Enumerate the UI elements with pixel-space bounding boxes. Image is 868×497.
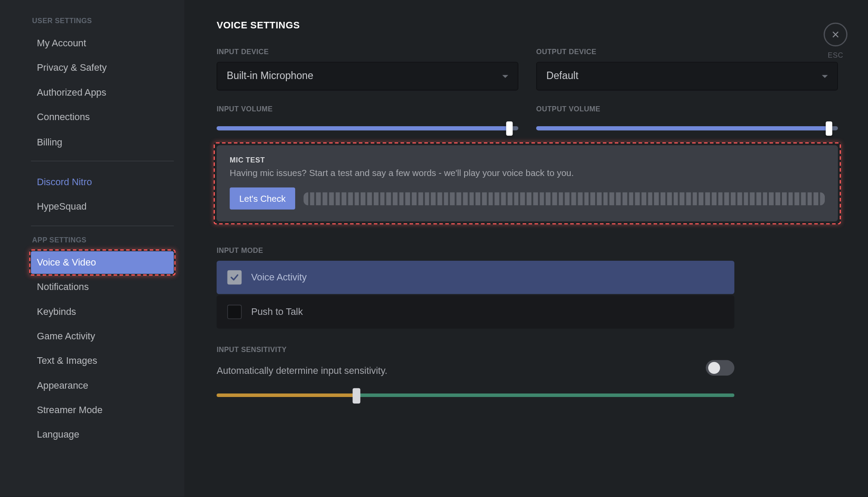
- output-volume-label: OUTPUT VOLUME: [536, 105, 838, 113]
- close-icon: [831, 30, 840, 39]
- input-mode-push-to-talk[interactable]: Push to Talk: [217, 295, 734, 328]
- sidebar-item-notifications[interactable]: Notifications: [31, 276, 174, 298]
- settings-content: ESC VOICE SETTINGS INPUT DEVICE Built-in…: [185, 0, 868, 497]
- sidebar-item-language[interactable]: Language: [31, 424, 174, 446]
- mic-test-desc: Having mic issues? Start a test and say …: [230, 168, 825, 178]
- input-sensitivity-desc: Automatically determine input sensitivit…: [217, 366, 387, 376]
- sidebar-item-billing[interactable]: Billing: [31, 131, 174, 153]
- sidebar-divider: [31, 225, 174, 226]
- close-area: ESC: [823, 23, 847, 60]
- page-title: VOICE SETTINGS: [217, 20, 838, 31]
- output-device-label: OUTPUT DEVICE: [536, 48, 838, 56]
- output-volume-slider[interactable]: [536, 119, 838, 137]
- close-button[interactable]: [823, 23, 847, 47]
- output-device-value: Default: [546, 70, 578, 82]
- input-mode-label: INPUT MODE: [217, 246, 838, 255]
- input-volume-label: INPUT VOLUME: [217, 105, 518, 113]
- chevron-down-icon: [822, 75, 828, 78]
- input-device-value: Built-in Microphone: [227, 70, 313, 82]
- sidebar-item-my-account[interactable]: My Account: [31, 32, 174, 55]
- sidebar-item-hypesquad[interactable]: HypeSquad: [31, 196, 174, 218]
- esc-label: ESC: [823, 51, 847, 59]
- chevron-down-icon: [502, 75, 508, 78]
- mic-test-panel: MIC TEST Having mic issues? Start a test…: [217, 145, 838, 221]
- input-mode-voice-activity[interactable]: Voice Activity: [217, 261, 734, 294]
- input-device-select[interactable]: Built-in Microphone: [217, 62, 518, 90]
- mic-test-button[interactable]: Let's Check: [230, 187, 295, 209]
- sidebar-item-privacy-safety[interactable]: Privacy & Safety: [31, 57, 174, 79]
- sidebar-heading-user: USER SETTINGS: [31, 17, 174, 25]
- sidebar-item-connections[interactable]: Connections: [31, 106, 174, 129]
- sidebar-heading-app: APP SETTINGS: [31, 235, 174, 244]
- auto-sensitivity-toggle[interactable]: [706, 360, 734, 376]
- input-volume-slider[interactable]: [217, 119, 518, 137]
- input-device-label: INPUT DEVICE: [217, 48, 518, 56]
- sidebar-divider: [31, 161, 174, 161]
- sidebar-item-game-activity[interactable]: Game Activity: [31, 325, 174, 348]
- checkbox-unchecked-icon: [227, 305, 242, 319]
- sidebar-item-authorized-apps[interactable]: Authorized Apps: [31, 81, 174, 104]
- sidebar-item-voice-video[interactable]: Voice & Video: [31, 251, 174, 274]
- sidebar-item-streamer-mode[interactable]: Streamer Mode: [31, 399, 174, 421]
- mic-test-title: MIC TEST: [230, 156, 825, 164]
- input-sensitivity-slider[interactable]: [217, 387, 734, 404]
- sidebar-item-appearance[interactable]: Appearance: [31, 374, 174, 397]
- input-mode-label: Voice Activity: [251, 272, 307, 283]
- input-sensitivity-label: INPUT SENSITIVITY: [217, 345, 838, 354]
- sidebar-item-keybinds[interactable]: Keybinds: [31, 300, 174, 323]
- sidebar-item-discord-nitro[interactable]: Discord Nitro: [31, 171, 174, 193]
- output-device-select[interactable]: Default: [536, 62, 838, 90]
- sidebar-item-text-images[interactable]: Text & Images: [31, 349, 174, 372]
- mic-test-meter: [303, 192, 825, 205]
- input-mode-label: Push to Talk: [251, 307, 303, 318]
- checkbox-checked-icon: [227, 270, 242, 285]
- settings-sidebar: USER SETTINGS My AccountPrivacy & Safety…: [0, 0, 185, 497]
